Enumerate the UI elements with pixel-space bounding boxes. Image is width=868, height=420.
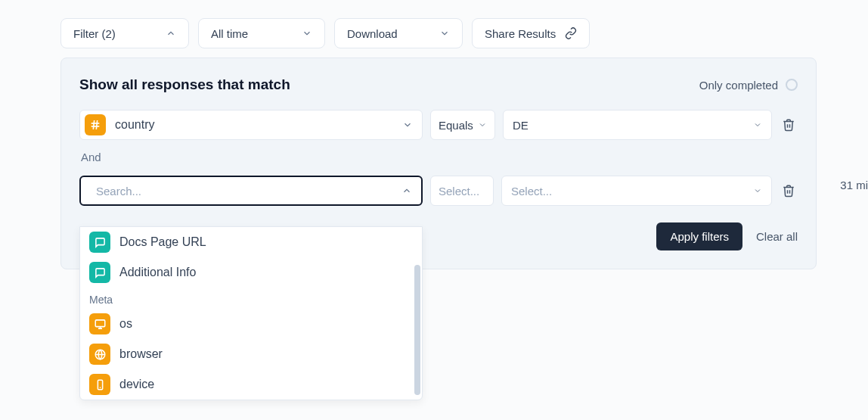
scrollbar[interactable]: [414, 265, 420, 395]
panel-header: Show all responses that match Only compl…: [79, 76, 798, 93]
dropdown-section-meta: Meta: [80, 288, 422, 309]
and-connector: And: [81, 151, 798, 163]
toolbar: Filter (2) All time Download Share Resul…: [0, 0, 868, 48]
value-select[interactable]: DE: [503, 110, 772, 140]
dropdown-item-label: os: [119, 317, 132, 331]
share-label: Share Results: [485, 27, 556, 40]
hash-icon: [85, 114, 106, 135]
value-text: DE: [513, 119, 529, 132]
field-select[interactable]: Search...: [79, 176, 423, 206]
globe-icon: [89, 344, 110, 365]
filter-button[interactable]: Filter (2): [60, 18, 189, 48]
chevron-down-icon: [439, 28, 450, 39]
apply-filters-button[interactable]: Apply filters: [656, 222, 742, 250]
filter-label: Filter (2): [73, 27, 116, 40]
panel-title: Show all responses that match: [79, 76, 290, 93]
download-label: Download: [347, 27, 398, 40]
link-icon: [565, 27, 577, 39]
svg-line-3: [96, 120, 97, 129]
chevron-down-icon: [478, 120, 487, 129]
chevron-down-icon: [302, 28, 312, 39]
only-completed-toggle[interactable]: Only completed: [699, 79, 798, 92]
only-completed-label: Only completed: [699, 79, 778, 92]
value-placeholder: Select...: [511, 185, 552, 198]
delete-row-button[interactable]: [780, 182, 798, 200]
time-ago-label: 31 mi: [840, 179, 868, 191]
dropdown-item-label: device: [119, 378, 154, 391]
delete-row-button[interactable]: [780, 116, 798, 134]
svg-line-2: [93, 120, 94, 129]
value-select[interactable]: Select...: [501, 176, 772, 206]
field-select[interactable]: country: [79, 110, 423, 140]
field-placeholder: Search...: [85, 185, 392, 198]
dropdown-item-os[interactable]: os: [80, 309, 422, 339]
radio-unchecked-icon: [786, 79, 798, 91]
chevron-down-icon: [753, 186, 762, 195]
svg-rect-4: [95, 319, 105, 326]
chevron-up-icon: [166, 28, 176, 39]
chevron-down-icon: [753, 120, 762, 129]
field-value: country: [115, 118, 393, 132]
operator-placeholder: Select...: [439, 185, 479, 198]
dropdown-item-label: Docs Page URL: [119, 235, 206, 249]
dropdown-item-browser[interactable]: browser: [80, 339, 422, 369]
operator-select[interactable]: Select...: [430, 176, 494, 206]
dropdown-item-docs-page-url[interactable]: Docs Page URL: [80, 227, 422, 257]
field-dropdown: Docs Page URL Additional Info Meta os br…: [79, 226, 423, 400]
message-icon: [89, 232, 110, 253]
dropdown-item-label: Additional Info: [119, 266, 196, 279]
time-range-button[interactable]: All time: [198, 18, 325, 48]
filter-row: Search... Select... Select...: [79, 176, 798, 206]
share-results-button[interactable]: Share Results: [472, 18, 590, 48]
dropdown-item-additional-info[interactable]: Additional Info: [80, 257, 422, 288]
monitor-icon: [89, 313, 110, 334]
message-icon: [89, 262, 110, 283]
phone-icon: [89, 374, 110, 395]
clear-all-button[interactable]: Clear all: [756, 230, 798, 243]
chevron-up-icon: [401, 185, 412, 196]
dropdown-item-label: browser: [119, 347, 163, 361]
operator-value: Equals: [439, 119, 473, 132]
download-button[interactable]: Download: [334, 18, 463, 48]
filter-panel: Show all responses that match Only compl…: [60, 58, 817, 269]
chevron-down-icon: [402, 120, 413, 130]
time-range-label: All time: [211, 27, 248, 40]
filter-row: country Equals DE: [79, 110, 798, 140]
dropdown-item-device[interactable]: device: [80, 369, 422, 400]
operator-select[interactable]: Equals: [430, 110, 495, 140]
